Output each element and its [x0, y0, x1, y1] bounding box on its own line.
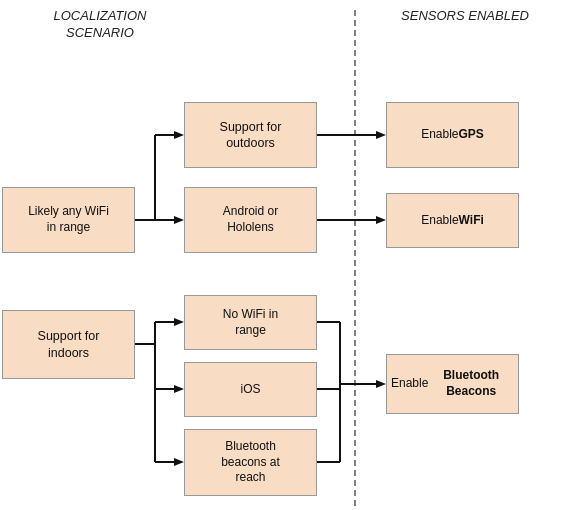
diagram: LOCALIZATION SCENARIO SENSORS ENABLED — [0, 0, 574, 510]
box-bt-right: EnableBluetooth Beacons — [386, 354, 519, 414]
svg-marker-8 — [174, 131, 184, 139]
box-gps: EnableGPS — [386, 102, 519, 168]
box-android: Android orHololens — [184, 187, 317, 253]
svg-marker-4 — [174, 216, 184, 224]
svg-marker-10 — [376, 216, 386, 224]
box-ios: iOS — [184, 362, 317, 417]
svg-marker-14 — [174, 318, 184, 326]
svg-marker-16 — [174, 385, 184, 393]
box-indoors: Support forindoors — [2, 310, 135, 379]
localization-header: LOCALIZATION SCENARIO — [20, 8, 180, 42]
box-wifi-right: EnableWiFi — [386, 193, 519, 248]
svg-marker-2 — [376, 131, 386, 139]
box-no-wifi: No WiFi inrange — [184, 295, 317, 350]
svg-marker-18 — [174, 458, 184, 466]
box-bt-left: Bluetoothbeacons atreach — [184, 429, 317, 496]
svg-marker-24 — [376, 380, 386, 388]
sensors-header: SENSORS ENABLED — [390, 8, 540, 25]
box-wifi-left: Likely any WiFiin range — [2, 187, 135, 253]
box-outdoors: Support foroutdoors — [184, 102, 317, 168]
